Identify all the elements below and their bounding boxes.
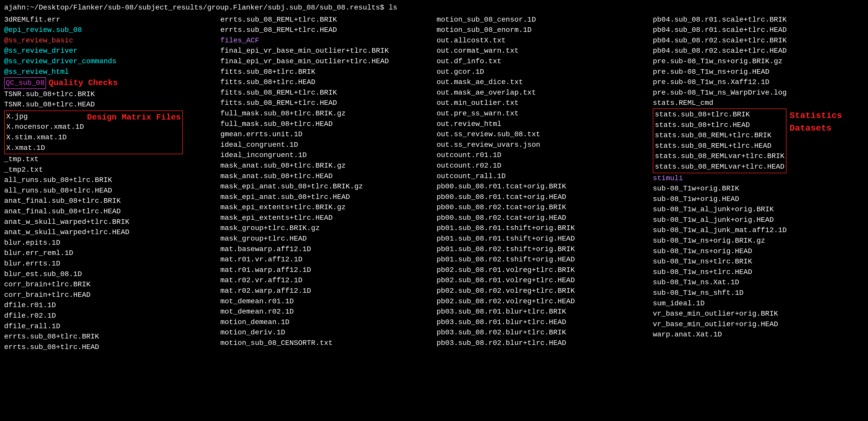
file-item: sub-08_T1w+orig.HEAD: [653, 194, 864, 204]
file-item: vr_base_min_outlier+orig.BRIK: [653, 309, 864, 319]
file-item: dfile.r01.1D: [4, 300, 215, 311]
file-item: outcount_rall.1D: [437, 171, 648, 182]
quality-checks-label: Quality Checks: [49, 77, 118, 89]
file-item: pb01.sub_08.r02.tshift+orig.HEAD: [437, 254, 648, 265]
file-item: sub-08_T1w_ns+tlrc.BRIK: [653, 257, 864, 267]
file-item: out.ss_review.sub_08.txt: [437, 129, 648, 140]
statistics-label: Statistics: [789, 109, 842, 122]
file-item: pb03.sub_08.r02.blur+tlrc.BRIK: [437, 327, 648, 338]
qc-box: QC_sub_08: [4, 77, 46, 89]
file-item: full_mask.sub_08+tlrc.BRIK.gz: [220, 108, 431, 119]
statistics-datasets-box: stats.sub_08+tlrc.BRIK stats.sub_08+tlrc…: [653, 108, 786, 173]
file-item: mask_epi_extents+tlrc.BRIK.gz: [220, 202, 431, 213]
file-item: out.review_html: [437, 119, 648, 130]
file-item: outcount.r02.1D: [437, 161, 648, 171]
file-item: sub-08_T1w_ns+orig.BRIK.gz: [653, 236, 864, 246]
file-item: pb04.sub_08.r02.scale+tlrc.BRIK: [653, 35, 864, 46]
column-4: pb04.sub_08.r01.scale+tlrc.BRIK pb04.sub…: [653, 14, 864, 353]
file-item: corr_brain+tlrc.HEAD: [4, 290, 215, 300]
file-item: mat.r02.warp.aff12.1D: [220, 286, 431, 296]
file-item: full_mask.sub_08+tlrc.HEAD: [220, 119, 431, 130]
file-item: sub-08_T1w_ns+tlrc.HEAD: [653, 267, 864, 278]
file-item: pb00.sub_08.r02.tcat+orig.BRIK: [437, 202, 648, 213]
file-item: mat.basewarp.aff12.1D: [220, 244, 431, 255]
file-item: fitts.sub_08_REML+tlrc.BRIK: [220, 88, 431, 98]
file-item: motion_sub_08_censor.1D: [437, 14, 648, 25]
file-item: mask_epi_anat.sub_08+tlrc.HEAD: [220, 192, 431, 202]
file-item: anat_w_skull_warped+tlrc.BRIK: [4, 217, 215, 227]
file-item: stats.sub_08_REMLvar+tlrc.HEAD: [655, 162, 784, 172]
file-item: final_epi_vr_base_min_outlier+tlrc.HEAD: [220, 56, 431, 67]
file-item: sub-08_T1w_al_junk+orig.HEAD: [653, 215, 864, 225]
file-item: pb02.sub_08.r02.volreg+tlrc.BRIK: [437, 286, 648, 296]
column-2: errts.sub_08_REML+tlrc.BRIK errts.sub_08…: [220, 14, 437, 353]
design-matrix-box: X.jpg X.nocensor.xmat.1D X.stim.xmat.1D …: [4, 110, 183, 154]
file-item: motion_demean.1D: [220, 317, 431, 328]
file-item: sub-08_T1w_ns.Xat.1D: [653, 277, 864, 288]
file-item: pb02.sub_08.r01.volreg+tlrc.HEAD: [437, 275, 648, 286]
file-item: ideal_incongruent.1D: [220, 150, 431, 161]
file-item: pre.sub-08_T1w_ns_WarpDrive.log: [653, 88, 864, 98]
file-item: pre.sub-08_T1w_ns+orig.BRIK.gz: [653, 56, 864, 67]
file-item: anat_final.sub_08+tlrc.HEAD: [4, 206, 215, 217]
file-item: pre.sub-08_T1w_ns+orig.HEAD: [653, 67, 864, 77]
terminal-header: ajahn:~/Desktop/Flanker/sub-08/subject_r…: [4, 3, 864, 13]
file-item: pb01.sub_08.r01.tshift+orig.HEAD: [437, 234, 648, 244]
file-item: errts.sub_08_REML+tlrc.BRIK: [220, 14, 431, 25]
file-item: stats.sub_08+tlrc.HEAD: [655, 120, 784, 131]
file-item: mat.r02.vr.aff12.1D: [220, 275, 431, 286]
file-item: out.allcostX.txt: [437, 35, 648, 46]
file-item: all_runs.sub_08+tlrc.HEAD: [4, 186, 215, 196]
file-item: stats.sub_08+tlrc.BRIK: [655, 109, 784, 120]
file-item: pb03.sub_08.r01.blur+tlrc.BRIK: [437, 306, 648, 317]
datasets-label: Datasets: [789, 122, 842, 135]
file-item: mask_anat.sub_08+tlrc.BRIK.gz: [220, 161, 431, 171]
file-item: mask_epi_extents+tlrc.HEAD: [220, 213, 431, 223]
file-item: fitts.sub_08+tlrc.BRIK: [220, 67, 431, 77]
file-item: out.mask_ae_dice.txt: [437, 77, 648, 88]
file-item: mask_group+tlrc.HEAD: [220, 234, 431, 244]
file-item: sum_ideal.1D: [653, 298, 864, 309]
file-item: vr_base_min_outlier+orig.HEAD: [653, 319, 864, 330]
file-item: blur.err_reml.1D: [4, 248, 215, 259]
file-item: pb03.sub_08.r01.blur+tlrc.HEAD: [437, 317, 648, 328]
file-item: final_epi_vr_base_min_outlier+tlrc.BRIK: [220, 46, 431, 56]
file-item: blur_est.sub_08.1D: [4, 269, 215, 280]
file-item: X.xmat.1D: [6, 143, 84, 154]
file-item: stats.sub_08_REMLvar+tlrc.BRIK: [655, 151, 784, 162]
file-item: out.df_info.txt: [437, 56, 648, 67]
file-item: errts.sub_08_REML+tlrc.HEAD: [220, 25, 431, 35]
file-item: mask_group+tlrc.BRIK.gz: [220, 223, 431, 234]
file-item: corr_brain+tlrc.BRIK: [4, 280, 215, 290]
column-3: motion_sub_08_censor.1D motion_sub_08_en…: [437, 14, 653, 353]
file-item: @ss_review_driver_commands: [4, 56, 215, 67]
file-item: mask_anat.sub_08+tlrc.HEAD: [220, 171, 431, 182]
file-item: _tmp.txt: [4, 154, 215, 165]
file-item: pb01.sub_08.r01.tshift+orig.BRIK: [437, 223, 648, 234]
file-item: fitts.sub_08+tlrc.HEAD: [220, 77, 431, 88]
file-item: mask_epi_anat.sub_08+tlrc.BRIK.gz: [220, 182, 431, 192]
files-acf-label: files_ACF: [220, 35, 431, 46]
file-item: sub-08_T1w_al_junk_mat.aff12.1D: [653, 225, 864, 236]
file-item: out.cormat_warn.txt: [437, 46, 648, 56]
file-item: pb00.sub_08.r01.tcat+orig.HEAD: [437, 192, 648, 202]
file-item: pb00.sub_08.r01.tcat+orig.BRIK: [437, 182, 648, 192]
file-item: mat.r01.vr.aff12.1D: [220, 254, 431, 265]
file-item: gmean.errts.unit.1D: [220, 129, 431, 140]
file-item: pb04.sub_08.r01.scale+tlrc.BRIK: [653, 14, 864, 25]
file-item: warp.anat.Xat.1D: [653, 329, 864, 340]
file-item: pb01.sub_08.r02.tshift+orig.BRIK: [437, 244, 648, 255]
file-item: @ss_review_html: [4, 67, 215, 77]
file-item: mat.r01.warp.aff12.1D: [220, 265, 431, 276]
file-item: pb03.sub_08.r02.blur+tlrc.HEAD: [437, 338, 648, 349]
file-item: out.ss_review_uvars.json: [437, 140, 648, 150]
column-1: 3dREMLfit.err @epi_review.sub_08 @ss_rev…: [4, 14, 220, 353]
file-item: out.pre_ss_warn.txt: [437, 108, 648, 119]
design-matrix-label: Design Matrix Files: [87, 111, 181, 123]
file-item: errts.sub_08+tlrc.HEAD: [4, 342, 215, 353]
file-item: pb02.sub_08.r01.volreg+tlrc.BRIK: [437, 265, 648, 276]
file-item: pb04.sub_08.r01.scale+tlrc.HEAD: [653, 25, 864, 35]
file-item: _tmp2.txt: [4, 165, 215, 175]
file-item: ideal_congruent.1D: [220, 140, 431, 150]
file-item: all_runs.sub_08+tlrc.BRIK: [4, 175, 215, 186]
